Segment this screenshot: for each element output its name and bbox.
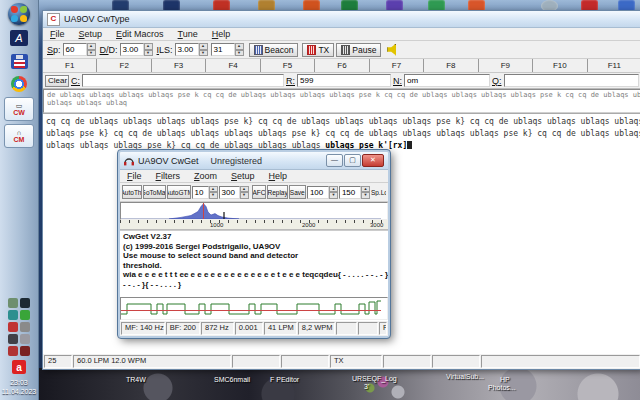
spinner-arrows-icon[interactable]: ▲▼ (144, 43, 153, 56)
ils-value[interactable]: 3.00 (175, 43, 199, 56)
tray-icon[interactable] (20, 346, 30, 356)
menu-tune[interactable]: Tune (171, 28, 205, 40)
menu-help[interactable]: Help (262, 170, 295, 182)
fkey-f8[interactable]: F8 (424, 59, 478, 72)
speaker-icon[interactable] (387, 44, 399, 56)
clear-button[interactable]: Clear (45, 75, 69, 87)
tray-icon[interactable] (8, 346, 18, 356)
menu-zoom[interactable]: Zoom (187, 170, 224, 182)
spinner-arrows-icon[interactable]: ▲▼ (329, 186, 338, 199)
speed-lock-label[interactable]: Sp.Loc (371, 189, 386, 196)
callsign-input[interactable] (82, 74, 284, 87)
decoded-text-pane[interactable]: CwGet V2.37 (c) 1999-2016 Sergei Podstri… (120, 230, 388, 297)
desktop-bottom-area: TR4W SMC6nmail F PEditor URSEQF_Log 3' V… (38, 368, 640, 400)
spin4-value[interactable]: 150 (339, 186, 361, 199)
min-speed-spinner[interactable]: 100 ▲▼ (307, 186, 338, 199)
speed-spinner[interactable]: 60 ▲▼ (63, 43, 96, 56)
afc-button[interactable]: AFC (252, 185, 267, 199)
threshold-spinner[interactable]: 10 ▲▼ (192, 186, 218, 199)
spinner-arrows-icon[interactable]: ▲▼ (240, 186, 249, 199)
save-button[interactable]: Save (289, 185, 306, 199)
fkey-f6[interactable]: F6 (315, 59, 369, 72)
minimize-button[interactable]: — (326, 154, 343, 167)
gotomax-button[interactable]: GoToMax (143, 185, 166, 199)
spinner-arrows-icon[interactable]: ▲▼ (235, 43, 244, 56)
cwtype-titlebar[interactable]: C UA9OV CwType (43, 11, 640, 28)
desktop-icon-label[interactable]: VirtualSub... (446, 373, 484, 380)
desktop-icon-label[interactable]: SMC6nmail (214, 376, 250, 383)
dash-dot-spinner[interactable]: 3.00 ▲▼ (120, 43, 153, 56)
cwget-titlebar[interactable]: UA9OV CwGet Unregistered — ▢ ✕ (120, 152, 388, 170)
taskbar-app-button[interactable] (7, 51, 31, 71)
menu-edit-macros[interactable]: Edit Macros (109, 28, 171, 40)
ils-spinner[interactable]: 3.00 ▲▼ (175, 43, 208, 56)
spinner-arrows-icon[interactable]: ▲▼ (199, 43, 208, 56)
wave-line (121, 301, 381, 314)
menu-help[interactable]: Help (205, 28, 238, 40)
rst-input[interactable]: 599 (297, 74, 391, 87)
band-spinner[interactable]: 300 ▲▼ (219, 186, 249, 199)
fkey-f5[interactable]: F5 (261, 59, 315, 72)
tx-button[interactable]: TX (302, 43, 334, 57)
cwget-taskbar-button[interactable]: ∩ CM (4, 124, 34, 148)
fkey-f7[interactable]: F7 (370, 59, 424, 72)
maximize-button[interactable]: ▢ (344, 154, 361, 167)
start-button[interactable] (8, 3, 30, 25)
autogtm-button[interactable]: AutoGTM (167, 185, 190, 199)
autothr-button[interactable]: AutoThr (122, 185, 142, 199)
spin1-value[interactable]: 10 (192, 186, 209, 199)
menu-setup[interactable]: Setup (224, 170, 262, 182)
desktop-icon-label[interactable]: 3' (364, 383, 369, 390)
menu-file[interactable]: File (120, 170, 149, 182)
taskbar-app-button[interactable] (7, 74, 31, 94)
decoded-line: - - . - }{ - - . . . . } (123, 280, 385, 290)
replay-button[interactable]: Replay (267, 185, 287, 199)
menu-file[interactable]: File (43, 28, 72, 40)
tray-icon[interactable] (20, 322, 30, 332)
spin3-value[interactable]: 100 (307, 186, 329, 199)
spinner-arrows-icon[interactable]: ▲▼ (209, 186, 218, 199)
menu-filters[interactable]: Filters (149, 170, 188, 182)
desktop-icon-label[interactable]: TR4W (126, 376, 146, 383)
fkey-f3[interactable]: F3 (152, 59, 206, 72)
spinner-arrows-icon[interactable]: ▲▼ (87, 43, 96, 56)
menu-setup[interactable]: Setup (72, 28, 110, 40)
tray-icon[interactable] (20, 298, 30, 308)
dd-value[interactable]: 3.00 (120, 43, 144, 56)
fkey-f11[interactable]: F11 (588, 59, 640, 72)
sent-log-pane[interactable]: de ublaqs ublaqs ublaqs ublaqs pse k cq … (43, 89, 640, 113)
weight-value[interactable]: 31 (211, 43, 235, 56)
taskbar-app-button[interactable]: A (7, 28, 31, 48)
qth-input[interactable] (504, 74, 639, 87)
tray-icon[interactable] (8, 334, 18, 344)
frequency-ruler[interactable]: 1000 2000 3000 (120, 220, 388, 230)
taskbar-clock[interactable]: 23:03 11.04.2023 (2, 378, 37, 396)
cwtype-taskbar-button[interactable]: ▭ CW (4, 97, 34, 121)
desktop-icon-label[interactable]: URSEQF_Log (352, 375, 397, 382)
fkey-f9[interactable]: F9 (479, 59, 533, 72)
max-speed-spinner[interactable]: 150 ▲▼ (339, 186, 370, 199)
desktop-icon-label[interactable]: F PEditor (270, 376, 299, 383)
spin2-value[interactable]: 300 (219, 186, 240, 199)
fkey-f2[interactable]: F2 (97, 59, 151, 72)
spinner-arrows-icon[interactable]: ▲▼ (361, 186, 370, 199)
tray-icon[interactable] (20, 334, 30, 344)
tray-icon[interactable] (8, 310, 18, 320)
close-button[interactable]: ✕ (362, 154, 384, 167)
fkey-f4[interactable]: F4 (206, 59, 260, 72)
speed-value[interactable]: 60 (63, 43, 87, 56)
desktop-icon-label[interactable]: Photos... (488, 384, 516, 391)
fkey-f10[interactable]: F10 (533, 59, 587, 72)
tray-icon[interactable] (8, 298, 18, 308)
beacon-button[interactable]: Beacon (249, 43, 299, 57)
fkey-f1[interactable]: F1 (43, 59, 97, 72)
tray-icon[interactable] (8, 322, 18, 332)
pause-button[interactable]: Pause (336, 43, 381, 57)
antivirus-tray-icon[interactable]: a (12, 360, 26, 374)
name-input[interactable]: om (404, 74, 490, 87)
weight-spinner[interactable]: 31 ▲▼ (211, 43, 244, 56)
spectrum-display[interactable] (120, 202, 388, 220)
tray-icon[interactable] (20, 310, 30, 320)
desktop-icon-label[interactable]: HP (500, 376, 510, 383)
status-tx-indicator: TX (330, 355, 382, 368)
